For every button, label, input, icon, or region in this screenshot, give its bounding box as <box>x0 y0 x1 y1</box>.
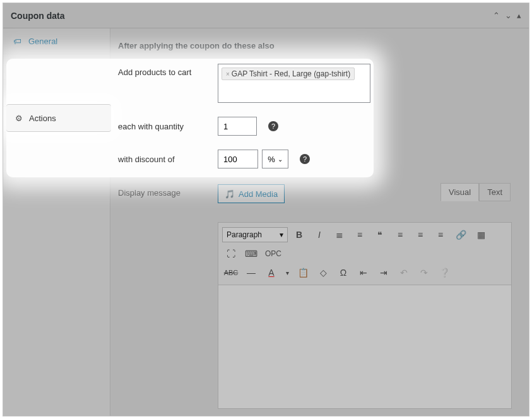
token-text: GAP Tshirt - Red, Large (gap-tshirt) <box>232 70 350 79</box>
quote-icon[interactable]: ❝ <box>371 227 389 243</box>
sidebar-item-usage-limits[interactable]: ＋ Usage limits <box>3 80 110 106</box>
align-left-icon[interactable]: ≡ <box>391 227 409 243</box>
fullscreen-icon[interactable]: ⛶ <box>222 245 240 262</box>
editor-tabs: Visual Text <box>440 183 511 201</box>
strike-icon[interactable]: ABC <box>222 264 240 281</box>
product-token[interactable]: ×GAP Tshirt - Red, Large (gap-tshirt) <box>222 68 355 81</box>
header-controls: ⌃ ⌄ ▴ <box>493 11 521 20</box>
keyboard-icon[interactable]: ⌨ <box>242 245 260 262</box>
tabs-sidebar: 🏷 General ⊘ Usage restriction ＋ Usage li… <box>3 28 110 416</box>
opc-button[interactable]: OPC <box>263 245 284 262</box>
outdent-icon[interactable]: ⇤ <box>355 264 372 281</box>
special-char-icon[interactable]: Ω <box>334 264 352 281</box>
bold-icon[interactable]: B <box>290 227 308 243</box>
hr-icon[interactable]: — <box>242 264 260 281</box>
sidebar-item-general[interactable]: 🏷 General <box>3 28 110 54</box>
row-add-products: Add products to cart ×GAP Tshirt - Red, … <box>118 64 514 103</box>
editor-help-icon[interactable]: ❔ <box>435 264 453 281</box>
sidebar-item-label: Usage restriction <box>28 62 90 72</box>
move-up-icon[interactable]: ⌃ <box>493 11 500 20</box>
italic-icon[interactable]: I <box>310 227 328 243</box>
section-heading: After applying the coupon do these also <box>118 41 514 50</box>
undo-icon[interactable]: ↶ <box>395 264 413 281</box>
row-display-message: Display message 🎵 Add Media Visual Text … <box>118 184 514 409</box>
coupon-data-panel: Coupon data ⌃ ⌄ ▴ 🏷 General ⊘ Usage rest… <box>3 3 529 416</box>
help-icon[interactable]: ? <box>268 117 278 127</box>
ticket-icon: 🏷 <box>12 36 22 46</box>
remove-token-icon[interactable]: × <box>226 71 230 78</box>
editor-wrapper: 🎵 Add Media Visual Text Paragraph▾ B I ≣ <box>218 184 512 409</box>
plus-icon: ＋ <box>12 88 22 98</box>
panel-header: Coupon data ⌃ ⌄ ▴ <box>3 3 529 28</box>
label-add-products: Add products to cart <box>118 64 206 78</box>
sidebar-item-label: Actions <box>28 115 56 124</box>
align-right-icon[interactable]: ≡ <box>432 227 449 243</box>
sidebar-item-actions[interactable]: ⚙ Actions <box>3 106 110 133</box>
label-discount: with discount of <box>118 150 206 163</box>
format-select[interactable]: Paragraph▾ <box>222 227 288 242</box>
ban-icon: ⊘ <box>12 62 22 72</box>
sidebar-item-label: General <box>28 37 57 46</box>
collapse-icon[interactable]: ▴ <box>517 11 521 20</box>
chevron-down-icon: ▾ <box>280 230 283 239</box>
row-quantity: each with quantity ? <box>118 117 514 136</box>
panel-title: Coupon data <box>11 11 493 21</box>
move-down-icon[interactable]: ⌄ <box>505 11 512 20</box>
help-icon[interactable]: ? <box>300 150 310 160</box>
sidebar-item-usage-restriction[interactable]: ⊘ Usage restriction <box>3 54 110 80</box>
number-list-icon[interactable]: ≡ <box>351 227 369 243</box>
media-icon: 🎵 <box>225 189 235 199</box>
tab-visual[interactable]: Visual <box>440 183 479 201</box>
editor-toolbar: Paragraph▾ B I ≣ ≡ ❝ ≡ ≡ ≡ 🔗 ▦ <box>218 222 512 285</box>
align-center-icon[interactable]: ≡ <box>411 227 429 243</box>
label-quantity: each with quantity <box>118 117 206 131</box>
row-discount: with discount of %⌄ ? <box>118 150 514 169</box>
add-media-button[interactable]: 🎵 Add Media <box>218 184 285 203</box>
sidebar-item-label: Usage limits <box>28 88 73 98</box>
paste-icon[interactable]: 📋 <box>294 264 312 281</box>
products-select[interactable]: ×GAP Tshirt - Red, Large (gap-tshirt) <box>218 64 370 103</box>
indent-icon[interactable]: ⇥ <box>375 264 393 281</box>
gear-icon: ⚙ <box>12 114 22 124</box>
discount-unit-select[interactable]: %⌄ <box>262 150 288 169</box>
link-icon[interactable]: 🔗 <box>452 227 470 243</box>
tab-text[interactable]: Text <box>479 183 511 201</box>
editor-textarea[interactable] <box>218 285 512 409</box>
label-display-message: Display message <box>118 184 206 198</box>
textcolor-chevron-icon[interactable]: ▾ <box>283 264 292 281</box>
clear-format-icon[interactable]: ◇ <box>314 264 332 281</box>
toggle-toolbar-icon[interactable]: ▦ <box>472 227 490 243</box>
textcolor-icon[interactable]: A <box>263 264 280 281</box>
chevron-down-icon: ⌄ <box>278 156 283 163</box>
bullet-list-icon[interactable]: ≣ <box>331 227 348 243</box>
main-content: After applying the coupon do these also … <box>110 28 529 416</box>
redo-icon[interactable]: ↷ <box>415 264 433 281</box>
